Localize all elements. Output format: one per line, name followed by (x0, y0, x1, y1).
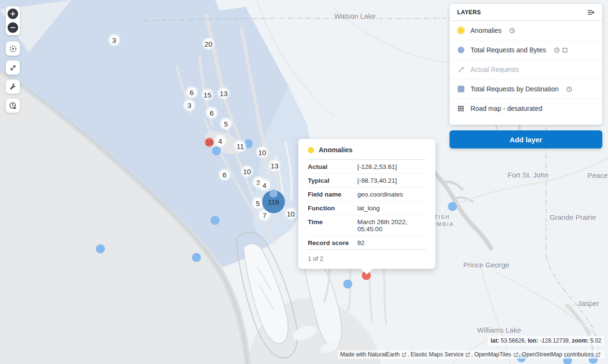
popup-row-label: Time (308, 218, 357, 226)
cluster-count[interactable]: 15 (200, 89, 215, 101)
popup-row: Functionlat_long (308, 201, 426, 215)
zoom-out-button[interactable] (8, 22, 18, 33)
layer-item-road-map-desaturated[interactable]: Road map - desaturated (450, 99, 602, 118)
external-link-icon (465, 352, 471, 357)
attribution-link-text: Elastic Maps Service (411, 351, 463, 358)
anomaly-layer-swatch (308, 147, 314, 153)
timeslider-button[interactable] (6, 98, 20, 113)
cluster-count[interactable]: 6 (205, 107, 219, 119)
cluster-count[interactable]: 10 (255, 146, 270, 159)
cluster-count[interactable]: 4 (257, 179, 272, 192)
cluster-count[interactable]: 10 (284, 207, 298, 220)
request-point[interactable] (448, 202, 457, 211)
popup-row: Record score92 (308, 236, 426, 250)
popup-row-label: Function (308, 205, 357, 212)
cluster-count[interactable]: 13 (216, 87, 231, 100)
add-layer-button[interactable]: Add layer (450, 130, 602, 148)
lat-label: lat: (490, 337, 499, 344)
attribution-link[interactable]: OpenMapTiles (474, 351, 519, 358)
layer-item-total-requests-by-destination[interactable]: Total Requests by Destination (450, 79, 602, 99)
anomaly-point[interactable]: 10 (205, 138, 214, 147)
layer-list: AnomaliesTotal Requests and BytesActual … (450, 21, 602, 118)
lon-label: lon: (528, 337, 538, 344)
attribution-link-text: Made with NaturalEarth (340, 351, 400, 358)
anomalies-swatch-icon (457, 27, 465, 34)
map-controls (6, 6, 20, 118)
popup-row-value: March 26th 2022, 05:45:00 (357, 218, 426, 233)
popup-row-label: Field name (308, 191, 357, 198)
popup-row-label: Record score (308, 239, 357, 246)
lon-value: -128.12739, (540, 337, 570, 344)
popup-row-label: Typical (308, 177, 357, 184)
popup-row: Typical[-98.73,40.21] (308, 174, 426, 187)
zoom-control-group (6, 6, 20, 35)
attribution-link-text: OpenMapTiles (474, 351, 511, 358)
cluster-count[interactable]: 5 (219, 118, 234, 130)
layers-panel-title: LAYERS (457, 9, 481, 16)
popup-row-value: lat_long (357, 205, 380, 212)
lat-value: 53.56626, (500, 337, 526, 344)
popup-header: Anomalies (308, 146, 426, 160)
request-point[interactable] (211, 216, 220, 225)
cluster-count[interactable]: 3 (107, 34, 122, 47)
attribution-separator: , (407, 351, 411, 358)
cluster-count[interactable]: 11 (233, 140, 248, 153)
request-point[interactable] (270, 190, 278, 198)
zoom-value: 5.02 (590, 337, 601, 344)
request-point[interactable] (96, 245, 105, 254)
popup-row-label: Actual (308, 163, 357, 170)
zoom-in-button[interactable] (8, 9, 18, 19)
attribution-link[interactable]: Made with NaturalEarth (340, 351, 407, 358)
layers-panel: LAYERS AnomaliesTotal Requests and Bytes… (450, 4, 602, 125)
grid-basemap-icon (457, 105, 465, 112)
zoom-label: zoom: (572, 337, 588, 344)
fit-to-data-button[interactable] (6, 60, 20, 75)
collapse-panel-icon[interactable] (586, 8, 596, 17)
popup-row-value: [-98.73,40.21] (357, 177, 397, 184)
attribution-bar: Made with NaturalEarth, Elastic Maps Ser… (337, 350, 604, 359)
request-point[interactable] (343, 280, 353, 289)
request-point[interactable] (192, 253, 201, 262)
layer-badges (554, 47, 568, 53)
cluster-count[interactable]: 13 (267, 159, 282, 172)
popup-row: Actual[-128.2,53.61] (308, 160, 426, 174)
layer-label: Total Requests and Bytes (471, 46, 546, 54)
bounds-icon (562, 47, 568, 53)
attribution-link[interactable]: OpenStreetMap contributors (522, 351, 601, 358)
clock-icon (554, 47, 560, 53)
map-tools-button[interactable] (6, 79, 20, 94)
cluster-count[interactable]: 6 (217, 168, 232, 181)
layer-item-actual-requests[interactable]: Actual Requests (450, 60, 602, 79)
layers-panel-header: LAYERS (450, 4, 602, 21)
set-view-button[interactable] (6, 41, 20, 56)
popup-title: Anomalies (319, 146, 353, 154)
cluster-count[interactable]: 20 (201, 38, 216, 50)
attribution-separator: , (519, 351, 522, 358)
external-link-icon (402, 352, 407, 357)
cluster-count[interactable]: 3 (182, 99, 197, 112)
line-layer-icon (457, 66, 465, 73)
layer-label: Anomalies (471, 27, 501, 34)
layer-item-total-requests-and-bytes[interactable]: Total Requests and Bytes (450, 40, 602, 60)
popup-row: Field namegeo.coordinates (308, 187, 426, 201)
layer-badges (509, 28, 515, 34)
attribution-separator: , (471, 351, 474, 358)
layer-label: Actual Requests (471, 66, 519, 73)
popup-row-value: 92 (357, 239, 364, 246)
polygon-layer-swatch-icon (457, 85, 465, 93)
layer-item-anomalies[interactable]: Anomalies (450, 21, 602, 40)
clock-icon (566, 86, 572, 92)
external-link-icon (513, 352, 519, 357)
cluster-count[interactable]: 6 (185, 86, 199, 99)
cluster-count[interactable]: 10 (240, 165, 255, 178)
attribution-link[interactable]: Elastic Maps Service (411, 351, 471, 358)
layer-label: Road map - desaturated (471, 105, 542, 112)
map-canvas[interactable]: Watson LakeFort St. JohnPeaceGrande Prai… (0, 0, 608, 364)
layer-label: Total Requests by Destination (471, 85, 559, 93)
coordinates-bar: lat: 53.56626, lon: -128.12739, zoom: 5.… (488, 336, 604, 345)
popup-row: TimeMarch 26th 2022, 05:45:00 (308, 215, 426, 236)
cluster-count[interactable]: 4 (213, 135, 228, 148)
popup-row-value: geo.coordinates (357, 191, 403, 198)
request-point[interactable] (212, 147, 221, 156)
popup-row-value: [-128.2,53.61] (357, 163, 397, 170)
